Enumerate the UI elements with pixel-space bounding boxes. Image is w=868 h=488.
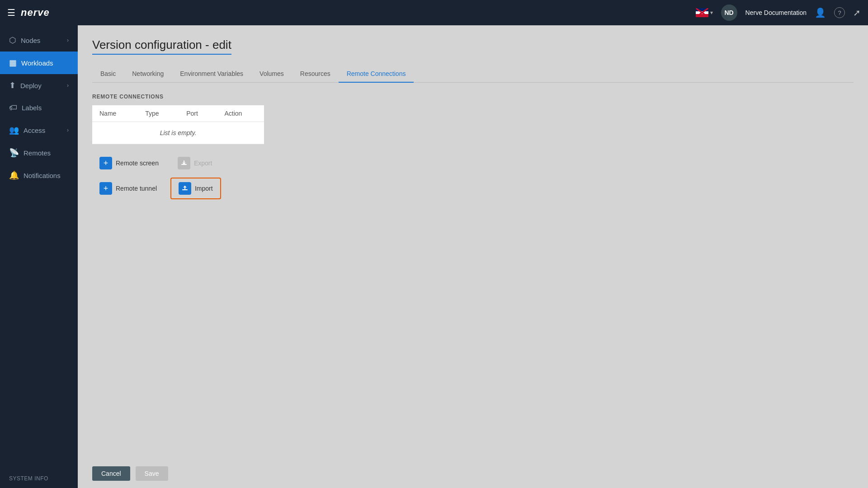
logout-icon[interactable]: ➚ (853, 7, 861, 18)
sidebar-item-deploy[interactable]: ⬆ Deploy › (0, 74, 78, 97)
bottom-actions: Cancel Save (78, 459, 868, 488)
remote-tunnel-label: Remote tunnel (116, 185, 157, 192)
sidebar-item-label: Deploy (20, 82, 62, 89)
save-button[interactable]: Save (136, 466, 168, 481)
table-row-empty: List is empty. (92, 122, 264, 144)
docs-link[interactable]: Nerve Documentation (745, 9, 807, 16)
hamburger-icon[interactable]: ☰ (7, 7, 15, 18)
tab-networking[interactable]: Networking (124, 66, 172, 83)
nodes-icon: ⬡ (9, 35, 16, 45)
export-icon (178, 157, 190, 169)
remote-connections-table: Name Type Port Action List is empty. (92, 105, 264, 144)
cancel-button[interactable]: Cancel (92, 466, 130, 481)
topnav-left: ☰ nerve (7, 7, 50, 19)
workloads-icon: ▦ (9, 58, 17, 68)
brand-logo: nerve (21, 7, 50, 19)
action-buttons: + Remote screen Export + Remote tunnel (92, 153, 221, 199)
sidebar-item-remotes[interactable]: 📡 Remotes (0, 141, 78, 164)
export-button[interactable]: Export (170, 153, 221, 173)
sidebar-item-label: Remotes (24, 149, 69, 157)
sidebar-item-label: Access (24, 127, 62, 134)
tab-basic[interactable]: Basic (92, 66, 124, 83)
col-name: Name (92, 105, 138, 122)
remote-screen-label: Remote screen (116, 160, 159, 167)
sidebar-item-label: Workloads (21, 59, 69, 67)
import-label: Import (195, 185, 213, 192)
remote-tunnel-button[interactable]: + Remote tunnel (92, 178, 166, 199)
empty-message: List is empty. (92, 122, 264, 144)
page-title: Version configuration - edit (92, 38, 231, 55)
sidebar-item-label: Labels (22, 104, 69, 112)
sidebar-item-access[interactable]: 👥 Access › (0, 119, 78, 141)
user-icon[interactable]: 👤 (815, 7, 826, 18)
help-icon[interactable]: ? (834, 7, 845, 18)
language-selector[interactable]: ▾ (696, 8, 713, 17)
access-icon: 👥 (9, 125, 19, 135)
sidebar-item-label: Notifications (24, 172, 69, 179)
sidebar-item-labels[interactable]: 🏷 Labels (0, 97, 78, 119)
remote-screen-button[interactable]: + Remote screen (92, 153, 166, 173)
tab-resources[interactable]: Resources (292, 66, 339, 83)
flag-icon (696, 8, 708, 17)
import-icon (179, 182, 191, 195)
section-title: REMOTE CONNECTIONS (92, 94, 854, 100)
sidebar-item-workloads[interactable]: ▦ Workloads (0, 52, 78, 74)
chevron-right-icon: › (67, 127, 69, 133)
chevron-right-icon: › (67, 82, 69, 89)
plus-icon: + (99, 157, 112, 169)
system-info-button[interactable]: SYSTEM INFO (0, 469, 78, 488)
col-port: Port (179, 105, 217, 122)
tab-remote-connections[interactable]: Remote Connections (339, 66, 414, 83)
chevron-down-icon: ▾ (710, 9, 713, 16)
export-label: Export (194, 160, 212, 167)
main-content: Version configuration - edit Basic Netwo… (78, 25, 868, 488)
col-type: Type (138, 105, 179, 122)
remotes-icon: 📡 (9, 148, 19, 158)
chevron-right-icon: › (67, 37, 69, 43)
labels-icon: 🏷 (9, 103, 17, 113)
import-button[interactable]: Import (170, 178, 221, 199)
sidebar: ⬡ Nodes › ▦ Workloads ⬆ Deploy › 🏷 Label… (0, 25, 78, 488)
topnav-right: ▾ ND Nerve Documentation 👤 ? ➚ (696, 5, 861, 21)
notifications-icon: 🔔 (9, 170, 19, 180)
tabs-bar: Basic Networking Environment Variables V… (92, 66, 854, 83)
sidebar-item-nodes[interactable]: ⬡ Nodes › (0, 29, 78, 52)
deploy-icon: ⬆ (9, 80, 16, 90)
tab-environment-variables[interactable]: Environment Variables (172, 66, 251, 83)
topnav: ☰ nerve ▾ ND Nerve Documentation 👤 ? ➚ (0, 0, 868, 25)
app-body: ⬡ Nodes › ▦ Workloads ⬆ Deploy › 🏷 Label… (0, 25, 868, 488)
svg-rect-2 (182, 189, 188, 190)
col-action: Action (217, 105, 264, 122)
sidebar-item-label: Nodes (21, 37, 62, 44)
tab-volumes[interactable]: Volumes (251, 66, 292, 83)
plus-icon: + (99, 182, 112, 195)
avatar[interactable]: ND (721, 5, 737, 21)
sidebar-item-notifications[interactable]: 🔔 Notifications (0, 164, 78, 187)
